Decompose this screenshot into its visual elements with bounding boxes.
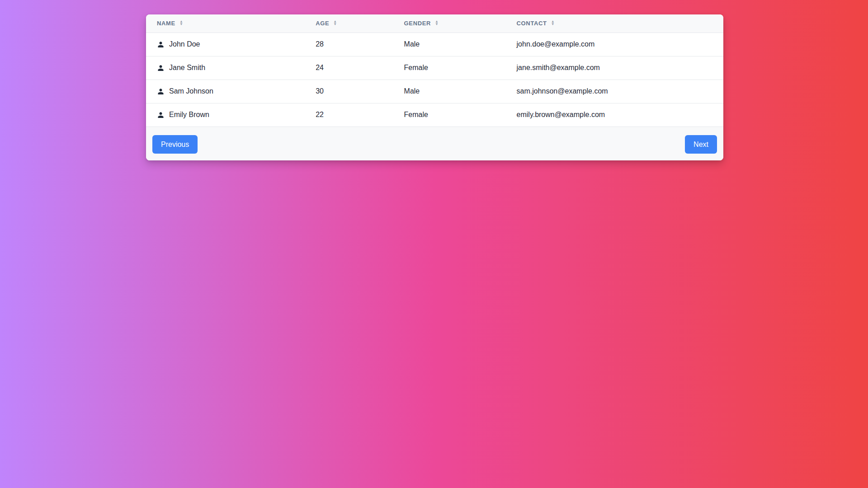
- cell-age: 22: [305, 103, 393, 127]
- cell-age: 24: [305, 56, 393, 80]
- table-row: Jane Smith 24 Female jane.smith@example.…: [146, 56, 723, 80]
- column-header-gender-label: Gender: [404, 20, 431, 27]
- cell-gender: Female: [393, 56, 506, 80]
- column-header-contact[interactable]: Contact ▲▼: [506, 14, 723, 33]
- cell-name: Emily Brown: [169, 111, 209, 119]
- cell-gender: Male: [393, 80, 506, 103]
- column-header-age-label: Age: [316, 20, 329, 27]
- cell-name: John Doe: [169, 40, 200, 48]
- column-header-gender[interactable]: Gender ▲▼: [393, 14, 506, 33]
- person-icon: [157, 88, 165, 95]
- column-header-contact-label: Contact: [517, 20, 547, 27]
- column-header-name-label: Name: [157, 20, 175, 27]
- sort-icon: ▲▼: [551, 20, 555, 26]
- table-body: John Doe 28 Male john.doe@example.com Ja…: [146, 33, 723, 127]
- table-row: Emily Brown 22 Female emily.brown@exampl…: [146, 103, 723, 127]
- sort-icon: ▲▼: [435, 20, 439, 26]
- sort-icon: ▲▼: [333, 20, 337, 26]
- sort-icon: ▲▼: [179, 20, 184, 26]
- people-table: Name ▲▼ Age ▲▼ G: [146, 14, 723, 127]
- cell-gender: Male: [393, 33, 506, 56]
- person-icon: [157, 41, 165, 48]
- cell-name: Sam Johnson: [169, 87, 213, 95]
- cell-contact: john.doe@example.com: [506, 33, 723, 56]
- cell-age: 28: [305, 33, 393, 56]
- previous-button[interactable]: Previous: [152, 135, 198, 154]
- table-row: John Doe 28 Male john.doe@example.com: [146, 33, 723, 56]
- next-button[interactable]: Next: [685, 135, 717, 154]
- cell-contact: jane.smith@example.com: [506, 56, 723, 80]
- cell-contact: emily.brown@example.com: [506, 103, 723, 127]
- cell-gender: Female: [393, 103, 506, 127]
- person-icon: [157, 64, 165, 72]
- cell-contact: sam.johnson@example.com: [506, 80, 723, 103]
- pagination-bar: Previous Next: [146, 127, 723, 160]
- cell-age: 30: [305, 80, 393, 103]
- column-header-age[interactable]: Age ▲▼: [305, 14, 393, 33]
- data-table-card: Name ▲▼ Age ▲▼ G: [146, 14, 723, 160]
- table-row: Sam Johnson 30 Male sam.johnson@example.…: [146, 80, 723, 103]
- person-icon: [157, 111, 165, 119]
- table-header: Name ▲▼ Age ▲▼ G: [146, 14, 723, 33]
- column-header-name[interactable]: Name ▲▼: [146, 14, 305, 33]
- cell-name: Jane Smith: [169, 64, 205, 72]
